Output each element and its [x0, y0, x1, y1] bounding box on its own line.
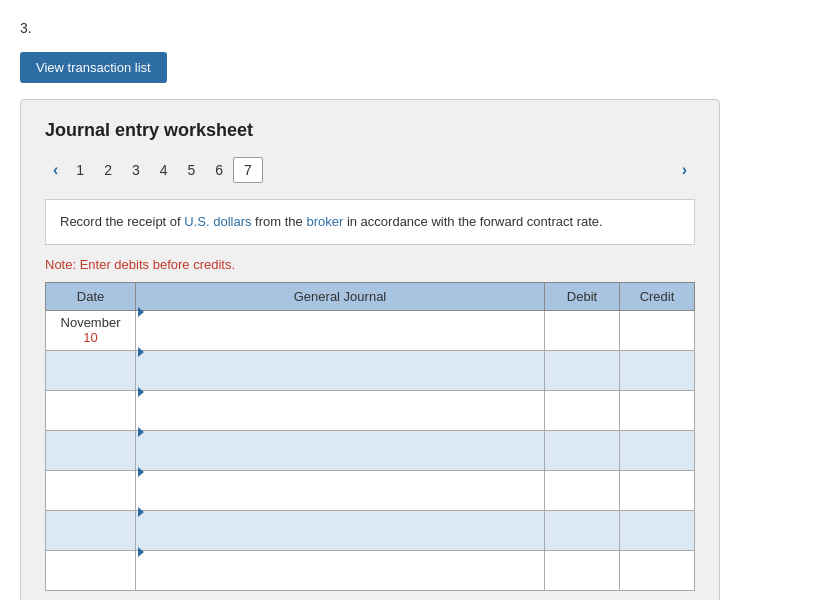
page-6-button[interactable]: 6 [205, 158, 233, 182]
page-5-button[interactable]: 5 [178, 158, 206, 182]
journal-input-6[interactable] [136, 519, 544, 558]
journal-input-2[interactable] [136, 359, 544, 398]
credit-input-4[interactable] [620, 431, 694, 470]
row-indicator-6 [138, 507, 144, 517]
debit-input-5[interactable] [545, 471, 619, 510]
date-line2: 10 [83, 330, 97, 345]
col-header-credit: Credit [620, 282, 695, 310]
credit-cell-6[interactable] [620, 510, 695, 550]
row-indicator-4 [138, 427, 144, 437]
col-header-journal: General Journal [136, 282, 545, 310]
col-header-date: Date [46, 282, 136, 310]
journal-input-4[interactable] [136, 439, 544, 478]
date-cell-4 [46, 430, 136, 470]
description-text-part2: from the [252, 214, 307, 229]
pagination: ‹ 1 2 3 4 5 6 7 › [45, 157, 695, 183]
row-indicator-1 [138, 307, 144, 317]
credit-input-5[interactable] [620, 471, 694, 510]
journal-input-7[interactable] [136, 559, 544, 598]
debit-input-4[interactable] [545, 431, 619, 470]
date-cell-1: November 10 [46, 310, 136, 350]
journal-input-5[interactable] [136, 479, 544, 518]
debit-input-1[interactable] [545, 311, 619, 350]
credit-cell-4[interactable] [620, 430, 695, 470]
credit-cell-1[interactable] [620, 310, 695, 350]
debit-cell-5[interactable] [545, 470, 620, 510]
row-indicator-7 [138, 547, 144, 557]
page-4-button[interactable]: 4 [150, 158, 178, 182]
credit-cell-2[interactable] [620, 350, 695, 390]
row-indicator-5 [138, 467, 144, 477]
col-header-debit: Debit [545, 282, 620, 310]
row-indicator-2 [138, 347, 144, 357]
journal-input-3[interactable] [136, 399, 544, 438]
credit-input-7[interactable] [620, 551, 694, 590]
prev-page-button[interactable]: ‹ [45, 157, 66, 183]
date-cell-5 [46, 470, 136, 510]
debit-input-2[interactable] [545, 351, 619, 390]
description-highlight2: broker [306, 214, 343, 229]
note-text: Note: Enter debits before credits. [45, 257, 695, 272]
debit-cell-7[interactable] [545, 550, 620, 590]
credit-cell-7[interactable] [620, 550, 695, 590]
credit-input-2[interactable] [620, 351, 694, 390]
journal-table: Date General Journal Debit Credit Novemb… [45, 282, 695, 591]
page-7-button[interactable]: 7 [233, 157, 263, 183]
date-cell-6 [46, 510, 136, 550]
debit-cell-4[interactable] [545, 430, 620, 470]
journal-input-1[interactable] [136, 319, 544, 358]
page-1-button[interactable]: 1 [66, 158, 94, 182]
journal-cell-1[interactable] [136, 310, 545, 350]
debit-cell-2[interactable] [545, 350, 620, 390]
debit-input-3[interactable] [545, 391, 619, 430]
credit-cell-3[interactable] [620, 390, 695, 430]
description-box: Record the receipt of U.S. dollars from … [45, 199, 695, 245]
credit-input-6[interactable] [620, 511, 694, 550]
view-transaction-button[interactable]: View transaction list [20, 52, 167, 83]
debit-cell-6[interactable] [545, 510, 620, 550]
page-3-button[interactable]: 3 [122, 158, 150, 182]
credit-input-3[interactable] [620, 391, 694, 430]
debit-input-7[interactable] [545, 551, 619, 590]
next-page-button[interactable]: › [674, 157, 695, 183]
description-highlight1: U.S. dollars [184, 214, 251, 229]
question-number: 3. [20, 20, 796, 36]
debit-cell-3[interactable] [545, 390, 620, 430]
date-cell-2 [46, 350, 136, 390]
date-cell-7 [46, 550, 136, 590]
credit-cell-5[interactable] [620, 470, 695, 510]
description-text-part3: in accordance with the forward contract … [343, 214, 602, 229]
description-text-part1: Record the receipt of [60, 214, 184, 229]
page-2-button[interactable]: 2 [94, 158, 122, 182]
credit-input-1[interactable] [620, 311, 694, 350]
date-line1: November [61, 315, 121, 330]
date-cell-3 [46, 390, 136, 430]
row-indicator-3 [138, 387, 144, 397]
worksheet-title: Journal entry worksheet [45, 120, 695, 141]
debit-cell-1[interactable] [545, 310, 620, 350]
debit-input-6[interactable] [545, 511, 619, 550]
worksheet-container: Journal entry worksheet ‹ 1 2 3 4 5 6 7 … [20, 99, 720, 600]
question-label: 3. [20, 20, 32, 36]
